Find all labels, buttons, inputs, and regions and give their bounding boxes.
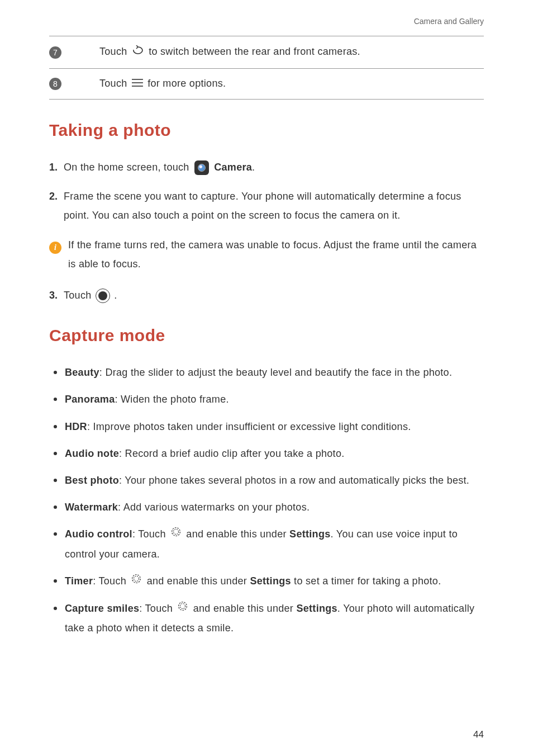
svg-point-7 xyxy=(180,604,185,609)
capture-mode-list: Beauty: Drag the slider to adjust the be… xyxy=(49,363,484,638)
gear-icon xyxy=(130,572,142,591)
breadcrumb: Camera and Gallery xyxy=(414,17,484,26)
list-item: Timer: Touch and enable this under Setti… xyxy=(49,571,484,591)
svg-point-3 xyxy=(173,530,178,535)
item-label: HDR xyxy=(65,421,87,432)
step-content: Touch . xyxy=(64,286,484,305)
reference-table: 7 Touch to switch between the rear and f… xyxy=(49,36,484,100)
settings-label: Settings xyxy=(289,528,330,540)
info-icon-wrap: i xyxy=(49,235,68,273)
item-text: : Drag the slider to adjust the beauty l… xyxy=(99,367,452,378)
svg-point-5 xyxy=(134,576,139,581)
item-label: Watermark xyxy=(65,502,118,513)
item-text: : Record a brief audio clip after you ta… xyxy=(119,448,345,459)
camera-label: Camera xyxy=(214,162,252,173)
item-label: Panorama xyxy=(65,394,115,405)
step-3: 3. Touch . xyxy=(49,286,484,305)
settings-label: Settings xyxy=(296,603,337,614)
row-number-cell: 7 xyxy=(49,46,99,59)
row-number-badge: 8 xyxy=(49,78,61,90)
list-item: HDR: Improve photos taken under insuffic… xyxy=(49,417,484,436)
row-number-badge: 7 xyxy=(49,46,61,59)
step-text-post: . xyxy=(114,290,117,301)
menu-icon xyxy=(131,78,144,90)
step-number: 1. xyxy=(49,158,64,177)
step-number: 2. xyxy=(49,187,64,225)
table-row: 8 Touch for more options. xyxy=(49,69,484,100)
text-pre: Touch xyxy=(99,78,130,89)
step-2: 2. Frame the scene you want to capture. … xyxy=(49,187,484,225)
row-number-cell: 8 xyxy=(49,78,99,90)
list-item: Best photo: Your phone takes several pho… xyxy=(49,471,484,490)
item-label: Timer xyxy=(65,575,93,587)
gear-icon xyxy=(170,525,182,544)
list-item: Audio note: Record a brief audio clip af… xyxy=(49,444,484,463)
item-label: Audio control xyxy=(65,528,132,540)
step-text-pre: Touch xyxy=(64,290,94,301)
step-1: 1. On the home screen, touch Camera. xyxy=(49,158,484,177)
step-number: 3. xyxy=(49,286,64,305)
list-item: Capture smiles: Touch and enable this un… xyxy=(49,599,484,638)
switch-camera-icon xyxy=(131,45,145,59)
item-text: : Widen the photo frame. xyxy=(115,394,229,405)
item-text-pre: : Touch xyxy=(132,528,169,540)
item-text: : Improve photos taken under insufficien… xyxy=(87,421,411,432)
section-heading-capture-mode: Capture mode xyxy=(49,326,484,345)
page-number: 44 xyxy=(473,729,484,740)
item-text: : Your phone takes several photos in a r… xyxy=(119,475,469,486)
step-text-pre: On the home screen, touch xyxy=(64,162,192,173)
text-post: for more options. xyxy=(147,78,226,89)
item-text-post: to set a timer for taking a photo. xyxy=(291,575,441,587)
list-item: Panorama: Widen the photo frame. xyxy=(49,390,484,409)
item-text-mid: and enable this under xyxy=(186,528,289,540)
row-text: Touch for more options. xyxy=(99,78,484,90)
step-content: On the home screen, touch Camera. xyxy=(64,158,484,177)
settings-label: Settings xyxy=(250,575,291,587)
table-row: 7 Touch to switch between the rear and f… xyxy=(49,36,484,69)
item-label: Beauty xyxy=(65,367,99,378)
gear-icon xyxy=(177,599,189,618)
list-item: Audio control: Touch and enable this und… xyxy=(49,525,484,564)
text-post: to switch between the rear and front cam… xyxy=(149,46,360,57)
info-callout: i If the frame turns red, the camera was… xyxy=(49,235,484,273)
item-text-pre: : Touch xyxy=(93,575,129,587)
item-text: : Add various watermarks on your photos. xyxy=(118,502,310,513)
info-icon: i xyxy=(49,242,61,254)
item-text-mid: and enable this under xyxy=(193,603,297,614)
info-text: If the frame turns red, the camera was u… xyxy=(68,235,484,273)
list-item: Watermark: Add various watermarks on you… xyxy=(49,498,484,517)
shutter-icon xyxy=(96,289,110,303)
item-label: Best photo xyxy=(65,475,119,486)
item-text-mid: and enable this under xyxy=(147,575,250,587)
camera-app-icon xyxy=(194,160,209,175)
page-header: Camera and Gallery xyxy=(49,17,484,26)
item-label: Audio note xyxy=(65,448,119,459)
text-pre: Touch xyxy=(99,46,130,57)
row-text: Touch to switch between the rear and fro… xyxy=(99,45,484,59)
section-heading-taking-photo: Taking a photo xyxy=(49,121,484,140)
step-content: Frame the scene you want to capture. You… xyxy=(64,187,484,225)
step-text-post: . xyxy=(252,162,255,173)
item-text-pre: : Touch xyxy=(139,603,175,614)
list-item: Beauty: Drag the slider to adjust the be… xyxy=(49,363,484,382)
item-label: Capture smiles xyxy=(65,603,139,614)
